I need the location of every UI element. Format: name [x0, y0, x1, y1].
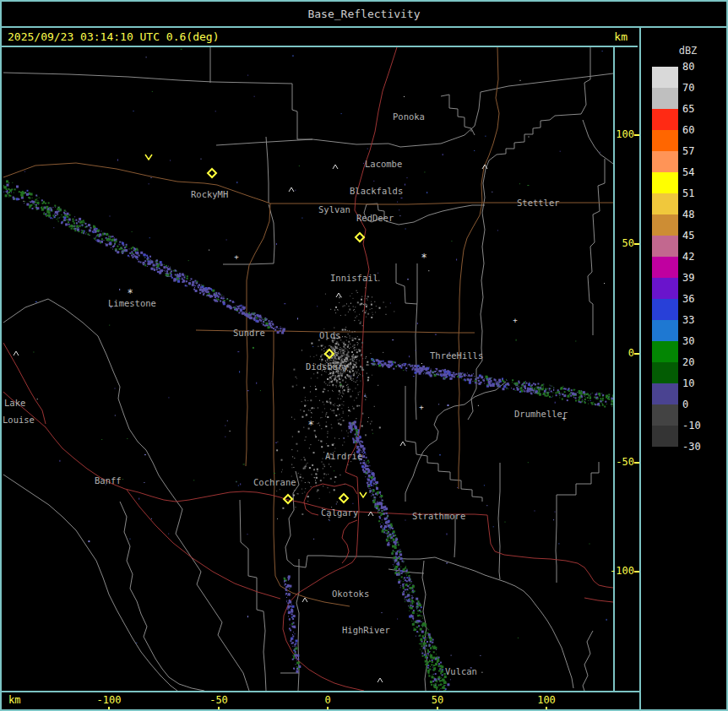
colorbar-scale-label: -10 [682, 420, 721, 431]
colorbar-swatch [652, 130, 678, 151]
x-axis-tick-label: 50 [419, 694, 456, 706]
x-axis: km -100-50050100 [3, 692, 639, 711]
colorbar-swatch [652, 383, 678, 404]
x-axis-tick-label: 100 [528, 694, 565, 706]
colorbar-swatch [652, 362, 678, 383]
caret-marker-icon [400, 442, 405, 446]
city-label: Stettler [517, 198, 560, 208]
radar-app-window: ***++++ PonokaLacombeBlackfaldsSylvanRed… [0, 0, 728, 711]
cross-marker-icon: + [419, 403, 424, 411]
caret-marker-icon [14, 351, 19, 356]
chevron-marker-icon [360, 492, 367, 497]
colorbar-swatch [652, 88, 678, 109]
colorbar-scale-label: 45 [682, 230, 721, 242]
x-axis-tick [218, 707, 220, 711]
y-axis-tick-label: -50 [600, 456, 634, 468]
x-axis-tick [546, 707, 547, 711]
colorbar-scale-label: 51 [682, 187, 721, 199]
colorbar-swatch [652, 257, 678, 278]
asterisk-marker-icon: * [307, 419, 313, 431]
city-label: Limestone [108, 298, 156, 308]
city-label: Drumheller [514, 409, 568, 419]
caret-marker-icon [302, 598, 307, 602]
city-label: Louise [3, 415, 35, 425]
x-axis-unit-label: km [8, 694, 20, 706]
city-labels: PonokaLacombeBlackfaldsSylvanRedDeerStet… [3, 111, 568, 676]
caret-marker-icon [333, 165, 338, 169]
city-label: Sundre [233, 328, 265, 338]
city-label: Strathmore [412, 511, 465, 521]
colorbar-swatch [652, 67, 678, 88]
chevron-marker-icon [145, 155, 152, 160]
colorbar-scale-label: 48 [682, 209, 721, 220]
colorbar-swatch [652, 404, 678, 426]
city-label: Cochrane [253, 477, 296, 487]
colorbar-swatch [652, 320, 678, 341]
city-label: Ponoka [393, 111, 425, 122]
colorbar-scale-label: 80 [682, 61, 721, 73]
colorbar-swatch [652, 214, 678, 236]
city-label: Lacombe [365, 159, 402, 169]
radar-site-marker-icon [356, 233, 364, 242]
window-title: Base_Reflectivity [307, 8, 420, 20]
colorbar-unit-label: dBZ [641, 45, 726, 57]
x-axis-tick-label: -100 [90, 694, 128, 706]
secondary-road-lines [3, 47, 613, 606]
caret-marker-icon [289, 187, 294, 192]
y-axis-tick-label: 100 [600, 128, 634, 140]
city-label: Sylvan [318, 204, 350, 214]
colorbar-scale-label: -30 [682, 441, 721, 453]
colorbar-swatch [652, 151, 678, 172]
colorbar-swatch [652, 299, 678, 320]
colorbar-swatch [652, 426, 678, 447]
colorbar-scale-label: 57 [682, 145, 721, 157]
colorbar-scale-label: 60 [682, 124, 721, 136]
colorbar-scale-label: 10 [682, 377, 721, 389]
city-label: Olds [319, 330, 340, 340]
city-label: Airdrie [325, 451, 362, 461]
colorbar-swatch [652, 193, 678, 214]
city-label: Vulcan [445, 666, 477, 676]
radar-site-marker-icon [208, 169, 216, 177]
cross-marker-icon: + [513, 316, 518, 324]
asterisk-marker-icon: * [421, 252, 426, 263]
city-label: Didsbury [306, 361, 349, 372]
colorbar-scale-label: 20 [682, 356, 721, 368]
city-label: Lake [4, 398, 25, 408]
info-bar: 2025/09/23 03:14:10 UTC 0.6(deg) km [2, 28, 638, 47]
cross-marker-icon: + [234, 252, 239, 261]
city-label: Blackfalds [350, 186, 403, 196]
caret-marker-icon [378, 678, 383, 682]
city-label: RedDeer [356, 213, 394, 223]
x-axis-tick [327, 707, 329, 711]
x-axis-tick [437, 707, 438, 711]
colorbar-scale-label: 36 [682, 293, 721, 305]
colorbar-scale-label: 33 [682, 314, 721, 326]
colorbar-scale-label: 0 [682, 399, 721, 410]
colorbar-scale-label: 30 [682, 335, 721, 347]
city-label: HighRiver [342, 625, 390, 635]
asterisk-marker-icon: * [127, 287, 133, 299]
timestamp-text: 2025/09/23 03:14:10 UTC 0.6(deg) [8, 28, 219, 46]
x-axis-tick-label: 0 [309, 694, 346, 706]
x-axis-tick [108, 707, 110, 711]
y-axis-tick-label: 0 [600, 347, 634, 359]
city-label: Innisfail [330, 273, 378, 283]
colorbar-scale-label: 65 [682, 103, 721, 115]
colorbar-scale-label: 42 [682, 251, 721, 263]
y-axis-tick-label: -100 [600, 565, 634, 577]
colorbar-swatch [652, 109, 678, 130]
colorbar-swatch [652, 172, 678, 193]
city-label: Banff [95, 475, 122, 486]
city-label: Calgary [321, 507, 358, 518]
colorbar-swatch [652, 278, 678, 299]
colorbar-swatch [652, 341, 678, 362]
city-label: RockyMH [191, 189, 228, 199]
colorbar-swatch [652, 236, 678, 257]
city-label: Okotoks [332, 589, 369, 599]
window-title-bar[interactable]: Base_Reflectivity [2, 2, 726, 28]
x-axis-tick-label: -50 [200, 694, 237, 706]
colorbar-panel: dBZ 807065605754514845423936333020100-10… [639, 28, 726, 709]
colorbar-scale-label: 39 [682, 272, 721, 284]
y-axis: 100500-50-100 [615, 47, 639, 691]
